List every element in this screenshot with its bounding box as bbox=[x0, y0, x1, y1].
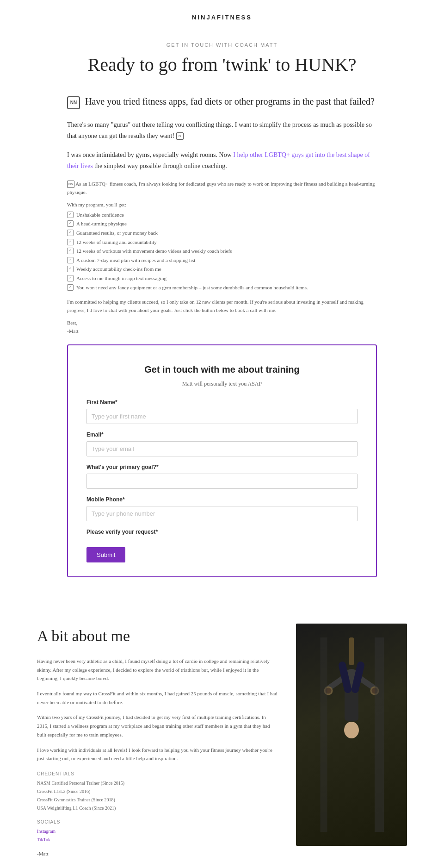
credentials-title: CREDENTIALS bbox=[37, 770, 278, 778]
svg-line-5 bbox=[342, 665, 348, 689]
benefit-bullet: ✓ bbox=[67, 275, 74, 281]
closing-text: I'm committed to helping my clients succ… bbox=[67, 298, 377, 314]
benefit-bullet: ✓ bbox=[67, 257, 74, 263]
benefit-bullet: ✓ bbox=[67, 248, 74, 254]
person-silhouette bbox=[305, 637, 398, 832]
hero-subtitle: GET IN TOUCH WITH COACH MATT bbox=[37, 41, 407, 50]
brand-logo: NINJAFITNESS bbox=[192, 14, 252, 21]
benefit-item: ✓ 12 weeks of workouts with movement dem… bbox=[67, 247, 377, 256]
svg-line-2 bbox=[328, 678, 343, 688]
benefit-bullet: ✓ bbox=[67, 212, 74, 218]
credential-2: CrossFit L1/L2 (Since 2016) bbox=[37, 788, 278, 795]
verify-label: Please verify your request* bbox=[86, 528, 358, 537]
contact-form-box: Get in touch with me about training Matt… bbox=[67, 344, 377, 577]
benefits-list: ✓ Unshakable confidence ✓ A head-turning… bbox=[67, 211, 377, 292]
header: NINJAFITNESS bbox=[0, 0, 444, 27]
body-text-2: I was once intimidated by gyms, especial… bbox=[67, 150, 377, 172]
goal-label: What's your primary goal?* bbox=[86, 463, 358, 472]
email-input[interactable] bbox=[86, 441, 358, 456]
benefit-item: ✓ Guaranteed results, or your money back bbox=[67, 229, 377, 237]
benefit-bullet: ✓ bbox=[67, 266, 74, 272]
svg-rect-4 bbox=[345, 688, 358, 721]
benefit-item: ✓ A head-turning physique bbox=[67, 220, 377, 228]
benefits-section: With my program, you'll get: ✓ Unshakabl… bbox=[67, 201, 377, 292]
benefit-bullet: ✓ bbox=[67, 230, 74, 236]
socials-section: SOCIALS Instagram TikTok bbox=[37, 818, 278, 843]
socials-title: SOCIALS bbox=[37, 818, 278, 826]
email-group: Email* bbox=[86, 431, 358, 456]
email-label: Email* bbox=[86, 431, 358, 439]
about-image-placeholder bbox=[296, 624, 407, 846]
benefit-bullet: ✓ bbox=[67, 284, 74, 291]
about-sign: -Matt bbox=[37, 850, 278, 858]
first-name-label: First Name* bbox=[86, 398, 358, 407]
svg-point-9 bbox=[344, 722, 359, 738]
svg-rect-0 bbox=[349, 637, 354, 665]
phone-input[interactable] bbox=[86, 506, 358, 521]
about-para-2: I eventually found my way to CrossFit an… bbox=[37, 689, 278, 706]
form-title: Get in touch with me about training bbox=[86, 362, 358, 377]
about-image bbox=[296, 624, 407, 846]
goal-group: What's your primary goal?* bbox=[86, 463, 358, 489]
about-para-3: Within two years of my CrossFit journey,… bbox=[37, 713, 278, 739]
first-name-input[interactable] bbox=[86, 409, 358, 424]
main-content: NN Have you tried fitness apps, fad diet… bbox=[0, 85, 444, 605]
benefit-item: ✓ You won't need any fancy equipment or … bbox=[67, 284, 377, 292]
svg-line-3 bbox=[360, 678, 375, 688]
verify-group: Please verify your request* bbox=[86, 528, 358, 537]
benefits-intro: With my program, you'll get: bbox=[67, 201, 377, 209]
hero-title: Ready to go from 'twink' to HUNK? bbox=[37, 54, 407, 76]
submit-button[interactable]: Submit bbox=[86, 547, 125, 562]
sign-off: Best,-Matt bbox=[67, 319, 377, 335]
instagram-link[interactable]: Instagram bbox=[37, 828, 278, 835]
section-icon: NN bbox=[67, 96, 80, 109]
small-text-1: NN As an LGBTQ+ fitness coach, I'm alway… bbox=[67, 180, 377, 196]
benefit-item: ✓ Access to me through in-app text messa… bbox=[67, 275, 377, 283]
credentials-section: CREDENTIALS NASM Certified Personal Trai… bbox=[37, 770, 278, 812]
benefit-item: ✓ Weekly accountability check-ins from m… bbox=[67, 265, 377, 274]
about-para-1: Having never been very athletic as a chi… bbox=[37, 657, 278, 683]
benefit-bullet: ✓ bbox=[67, 239, 74, 245]
benefit-item: ✓ 12 weeks of training and accountabilit… bbox=[67, 238, 377, 247]
inline-icon-2: NN bbox=[67, 181, 74, 188]
goal-input[interactable] bbox=[86, 474, 358, 489]
first-name-group: First Name* bbox=[86, 398, 358, 424]
tiktok-link[interactable]: TikTok bbox=[37, 836, 278, 843]
inline-icon-1: N bbox=[176, 132, 184, 140]
credential-4: USA Weightlifting L1 Coach (Since 2021) bbox=[37, 805, 278, 812]
about-para-4: I love working with individuals at all l… bbox=[37, 746, 278, 763]
about-text: A bit about me Having never been very at… bbox=[37, 624, 278, 858]
benefit-item: ✓ A custom 7-day meal plan with recipes … bbox=[67, 256, 377, 265]
phone-label: Mobile Phone* bbox=[86, 495, 358, 504]
hero-section: GET IN TOUCH WITH COACH MATT Ready to go… bbox=[0, 27, 444, 86]
phone-group: Mobile Phone* bbox=[86, 495, 358, 521]
about-section: A bit about me Having never been very at… bbox=[0, 605, 444, 868]
benefit-bullet: ✓ bbox=[67, 220, 74, 227]
about-title: A bit about me bbox=[37, 624, 278, 649]
credential-3: CrossFit Gymnastics Trainer (Since 2018) bbox=[37, 796, 278, 804]
intro-heading: NN Have you tried fitness apps, fad diet… bbox=[67, 94, 377, 109]
benefit-item: ✓ Unshakable confidence bbox=[67, 211, 377, 219]
svg-line-6 bbox=[355, 665, 361, 689]
body-text-1: There's so many "gurus" out there tellin… bbox=[67, 119, 377, 142]
credential-1: NASM Certified Personal Trainer (Since 2… bbox=[37, 780, 278, 787]
form-subtitle: Matt will personally text you ASAP bbox=[86, 380, 358, 388]
